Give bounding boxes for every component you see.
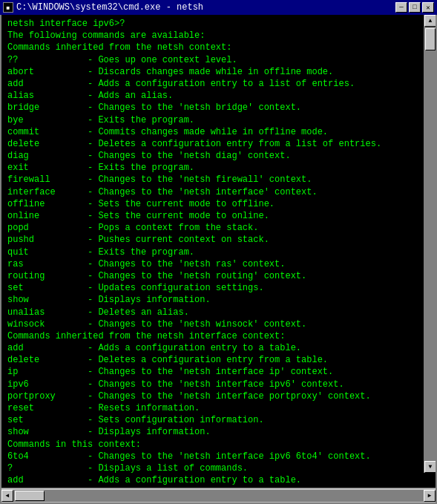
terminal-line: add - Adds a configuration entry to a li… [7, 78, 418, 90]
terminal-line: add - Adds a configuration entry to a ta… [7, 474, 418, 486]
terminal-line: pushd - Pushes current context on stack. [7, 234, 418, 246]
terminal-line: exit - Exits the program. [7, 162, 418, 174]
minimize-button[interactable]: ─ [395, 2, 407, 13]
terminal-line: alias - Adds an alias. [7, 90, 418, 102]
terminal-content[interactable]: netsh interface ipv6>?The following comm… [1, 15, 436, 488]
window-title: C:\WINDOWS\system32\cmd.exe - netsh [16, 2, 203, 13]
terminal-line: routing - Changes to the 'netsh routing'… [7, 270, 418, 282]
terminal-line: firewall - Changes to the 'netsh firewal… [7, 174, 418, 186]
scroll-right-button[interactable]: ► [424, 490, 436, 502]
terminal-line: netsh interface ipv6>? [7, 18, 418, 30]
scroll-thumb[interactable] [425, 28, 436, 50]
terminal-line: portproxy - Changes to the 'netsh interf… [7, 390, 418, 402]
terminal-line: offline - Sets the current mode to offli… [7, 198, 418, 210]
terminal-line: show - Displays information. [7, 426, 418, 438]
terminal-line: abort - Discards changes made while in o… [7, 66, 418, 78]
terminal-line: bye - Exits the program. [7, 114, 418, 126]
h-scroll-track[interactable] [13, 490, 424, 502]
terminal-line: Commands in this context: [7, 439, 418, 451]
title-bar: ■ C:\WINDOWS\system32\cmd.exe - netsh ─ … [0, 0, 437, 15]
scroll-up-button[interactable]: ▲ [424, 15, 436, 27]
h-scroll-thumb[interactable] [15, 491, 45, 501]
terminal-line: Commands inherited from the netsh interf… [7, 330, 418, 342]
scroll-track[interactable] [424, 27, 436, 461]
terminal-wrapper: netsh interface ipv6>?The following comm… [0, 15, 437, 504]
maximize-button[interactable]: □ [409, 2, 421, 13]
terminal-line: quit - Exits the program. [7, 246, 418, 258]
horizontal-scrollbar[interactable]: ◄ ► [1, 488, 436, 503]
terminal-line: reset - Resets information. [7, 402, 418, 414]
terminal-line: ip - Changes to the 'netsh interface ip'… [7, 366, 418, 378]
terminal-line: unalias - Deletes an alias. [7, 307, 418, 318]
terminal-text-area: netsh interface ipv6>?The following comm… [4, 16, 433, 488]
terminal-line: ipv6 - Changes to the 'netsh interface i… [7, 379, 418, 390]
terminal-line: set - Updates configuration settings. [7, 282, 418, 294]
terminal-line: ? - Displays a list of commands. [7, 462, 418, 474]
terminal-line: commit - Commits changes made while in o… [7, 126, 418, 138]
title-bar-buttons[interactable]: ─ □ ✕ [395, 2, 434, 13]
terminal-line: ?? - Goes up one context level. [7, 54, 418, 66]
title-bar-left: ■ C:\WINDOWS\system32\cmd.exe - netsh [3, 2, 203, 13]
scroll-down-button[interactable]: ▼ [424, 461, 436, 473]
window: ■ C:\WINDOWS\system32\cmd.exe - netsh ─ … [0, 0, 437, 504]
terminal-line: The following commands are available: [7, 30, 418, 42]
terminal-line: winsock - Changes to the 'netsh winsock'… [7, 318, 418, 330]
terminal-line: delete - Deletes a configuration entry f… [7, 486, 418, 488]
terminal-line: set - Sets configuration information. [7, 414, 418, 426]
vertical-scrollbar[interactable]: ▲ ▼ [424, 15, 436, 473]
cmd-icon: ■ [3, 2, 13, 13]
terminal-line: delete - Deletes a configuration entry f… [7, 138, 418, 150]
terminal-line: online - Sets the current mode to online… [7, 210, 418, 222]
terminal-line: ras - Changes to the 'netsh ras' context… [7, 258, 418, 270]
terminal-line: interface - Changes to the 'netsh interf… [7, 186, 418, 198]
terminal-line: show - Displays information. [7, 294, 418, 306]
terminal-line: popd - Pops a context from the stack. [7, 222, 418, 234]
terminal-line: bridge - Changes to the 'netsh bridge' c… [7, 102, 418, 114]
terminal-line: delete - Deletes a configuration entry f… [7, 354, 418, 366]
scroll-left-button[interactable]: ◄ [1, 490, 13, 502]
terminal-line: add - Adds a configuration entry to a ta… [7, 342, 418, 354]
terminal-line: diag - Changes to the 'netsh diag' conte… [7, 150, 418, 162]
terminal-line: Commands inherited from the netsh contex… [7, 42, 418, 53]
terminal-line: 6to4 - Changes to the 'netsh interface i… [7, 451, 418, 462]
close-button[interactable]: ✕ [422, 2, 434, 13]
